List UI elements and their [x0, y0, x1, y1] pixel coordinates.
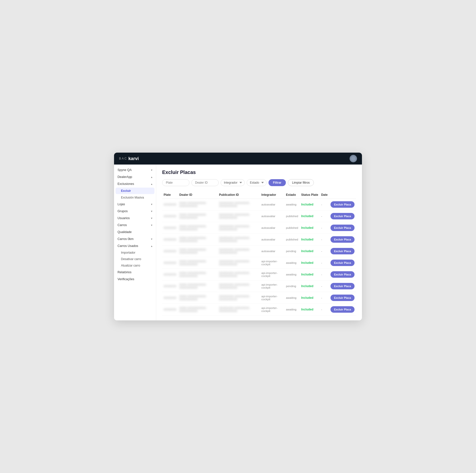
plate-input[interactable]: [162, 179, 189, 186]
cell-plate: XXXXXXX: [162, 280, 178, 292]
sidebar-item-grupos[interactable]: Grupos ▾: [114, 208, 156, 215]
logo-karvi-text: karvi: [128, 156, 139, 161]
cell-action: Excluir Placa: [329, 269, 356, 280]
cell-dealer-id: XXXX-XXXXXXXXXX-XXXXXXXXXX: [178, 269, 217, 280]
cell-publication-id: XXXXXXXX-XXXXXXXX-XXXXXXXXXX: [217, 222, 260, 234]
limpiar-filtros-button[interactable]: Limpiar filtros: [288, 179, 314, 186]
cell-dealer-id: XXXX-XXXXXXXXXX-XXXXXXXXXX: [178, 280, 217, 292]
cell-estado: published: [285, 222, 300, 234]
cell-status-plate: Included: [300, 269, 320, 280]
sidebar: Spyne QA ▾ DealerApp ▴ Exclusiones ▴ Exc…: [114, 165, 156, 320]
cell-integrador: autoavaliar: [260, 199, 284, 210]
chevron-down-icon-4: ▾: [151, 210, 152, 213]
sidebar-item-excluir[interactable]: Excluir: [116, 188, 154, 194]
cell-plate: XXXXXXX: [162, 210, 178, 222]
cell-estado: awaiting: [285, 269, 300, 280]
sidebar-item-exclusiones[interactable]: Exclusiones ▴: [114, 180, 156, 187]
excluir-placa-button[interactable]: Excluir Placa: [330, 213, 355, 219]
cell-status-plate: Included: [300, 257, 320, 269]
sidebar-item-carros[interactable]: Carros ▾: [114, 222, 156, 229]
sidebar-item-usuarios[interactable]: Usuarios ▾: [114, 215, 156, 222]
col-integrador: Integrador: [260, 191, 284, 199]
cell-date: -: [320, 210, 329, 222]
cell-status-plate: Included: [300, 292, 320, 304]
sidebar-item-qualidade[interactable]: Qualidade: [114, 229, 156, 236]
table-row: XXXXXXX XXXX-XXXXXXXXXX-XXXXXXXXXX XXXXX…: [162, 269, 356, 280]
cell-integrador: autoavaliar: [260, 245, 284, 257]
cell-plate: XXXXXXX: [162, 304, 178, 315]
filtrar-button[interactable]: Filtrar: [268, 179, 286, 186]
chevron-down-icon-5: ▾: [151, 217, 152, 220]
cell-action: Excluir Placa: [329, 280, 356, 292]
cell-plate: XXXXXXX: [162, 222, 178, 234]
col-publication-id: Publication ID: [217, 191, 260, 199]
table-row: XXXXXXX XXXX-XXXXXXXXXX-XXXXXXXXXX XXXXX…: [162, 245, 356, 257]
sidebar-item-desativar-carro[interactable]: Desativar carro: [114, 256, 156, 262]
cell-plate: XXXXXXX: [162, 245, 178, 257]
cell-dealer-id: XXXX-XXXXXXXXXX-XXXXXXXXXX: [178, 304, 217, 315]
cell-publication-id: XXXXXXXX-XXXXXXXX-XXXXXXXXXX: [217, 292, 260, 304]
logo-back-text: BAC: [119, 157, 127, 160]
table-row: XXXXXXX XXXX-XXXXXXXXXX-XXXXXXXXXX XXXXX…: [162, 210, 356, 222]
sidebar-item-spyne-qa[interactable]: Spyne QA ▾: [114, 167, 156, 173]
sidebar-item-exclusion-masiva[interactable]: Exclusión Masiva: [114, 194, 156, 201]
sidebar-item-carros-0km[interactable]: Carros 0km ▾: [114, 236, 156, 242]
cell-date: -: [320, 304, 329, 315]
table-row: XXXXXXX XXXX-XXXXXXXXXX-XXXXXXXXXX XXXXX…: [162, 304, 356, 315]
dealer-id-input[interactable]: [191, 179, 219, 186]
cell-plate: XXXXXXX: [162, 199, 178, 210]
cell-estado: awaiting: [285, 199, 300, 210]
excluir-placa-button[interactable]: Excluir Placa: [330, 236, 355, 243]
excluir-placa-button[interactable]: Excluir Placa: [330, 295, 355, 301]
sidebar-item-atualizar-carro[interactable]: Atualizar carro: [114, 262, 156, 269]
excluir-placa-button[interactable]: Excluir Placa: [330, 201, 355, 208]
sidebar-item-relatorios[interactable]: Relatórios: [114, 269, 156, 276]
cell-estado: published: [285, 210, 300, 222]
integrador-select[interactable]: Integrador: [221, 179, 245, 186]
sidebar-item-lojas[interactable]: Lojas ▾: [114, 201, 156, 208]
cell-date: -: [320, 234, 329, 245]
sidebar-item-importador[interactable]: Importador: [114, 249, 156, 256]
cell-action: Excluir Placa: [329, 257, 356, 269]
excluir-placa-button[interactable]: Excluir Placa: [330, 248, 355, 254]
excluir-placa-button[interactable]: Excluir Placa: [330, 225, 355, 231]
chevron-down-icon-7: ▾: [151, 237, 152, 241]
data-table: Plate Dealer ID Publication ID Integrado…: [162, 191, 356, 315]
cell-plate: XXXXXXX: [162, 234, 178, 245]
cell-action: Excluir Placa: [329, 210, 356, 222]
cell-action: Excluir Placa: [329, 234, 356, 245]
chevron-up-icon-2: ▴: [151, 182, 152, 186]
cell-status-plate: Included: [300, 304, 320, 315]
cell-status-plate: Included: [300, 210, 320, 222]
estado-select[interactable]: Estado: [247, 179, 267, 186]
cell-action: Excluir Placa: [329, 222, 356, 234]
sidebar-item-verificacoes[interactable]: Verificações: [114, 276, 156, 283]
excluir-placa-button[interactable]: Excluir Placa: [330, 306, 355, 313]
cell-integrador: autoavaliar: [260, 234, 284, 245]
col-action: [329, 191, 356, 199]
sidebar-item-carros-usados[interactable]: Carros Usados ▴: [114, 242, 156, 249]
cell-publication-id: XXXXXXXX-XXXXXXXX-XXXXXXXXXX: [217, 257, 260, 269]
cell-integrador: api-importer-cockpit: [260, 269, 284, 280]
cell-estado: pending: [285, 245, 300, 257]
cell-date: -: [320, 199, 329, 210]
cell-status-plate: Included: [300, 234, 320, 245]
excluir-placa-button[interactable]: Excluir Placa: [330, 271, 355, 278]
cell-dealer-id: XXXX-XXXXXXXXXX-XXXXXXXXXX: [178, 257, 217, 269]
cell-publication-id: XXXXXXXX-XXXXXXXX-XXXXXXXXXX: [217, 199, 260, 210]
excluir-placa-button[interactable]: Excluir Placa: [330, 283, 355, 289]
excluir-placa-button[interactable]: Excluir Placa: [330, 260, 355, 266]
cell-estado: pending: [285, 280, 300, 292]
cell-integrador: autoavaliar: [260, 222, 284, 234]
cell-publication-id: XXXXXXXX-XXXXXXXX-XXXXXXXXXX: [217, 210, 260, 222]
sidebar-item-dealer-app[interactable]: DealerApp ▴: [114, 173, 156, 180]
top-nav: BAC karvi: [114, 153, 362, 165]
cell-action: Excluir Placa: [329, 292, 356, 304]
avatar[interactable]: [350, 155, 357, 162]
table-row: XXXXXXX XXXX-XXXXXXXXXX-XXXXXXXXXX XXXXX…: [162, 292, 356, 304]
cell-dealer-id: XXXX-XXXXXXXXXX-XXXXXXXXXX: [178, 222, 217, 234]
cell-dealer-id: XXXX-XXXXXXXXXX-XXXXXXXXXX: [178, 292, 217, 304]
cell-publication-id: XXXXXXXX-XXXXXXXX-XXXXXXXXXX: [217, 245, 260, 257]
chevron-up-icon: ▴: [151, 175, 152, 179]
main-content: Excluir Placas Integrador Estado Filtrar…: [156, 165, 362, 320]
